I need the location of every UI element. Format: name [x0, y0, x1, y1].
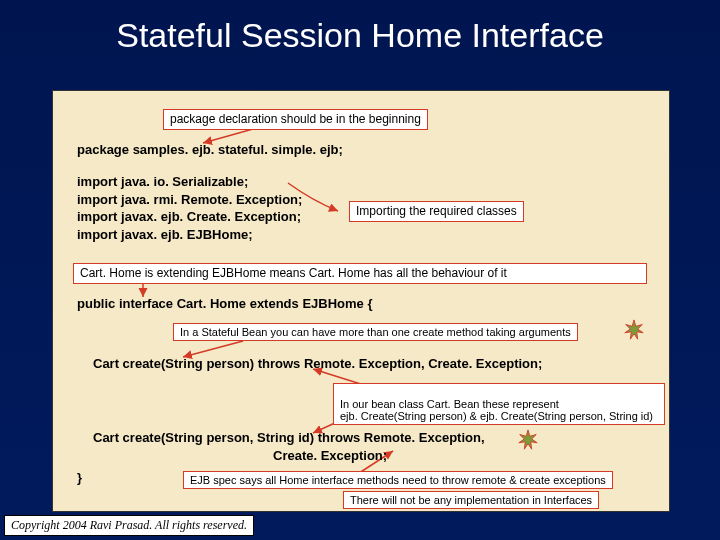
callout-pkg-declaration: package declaration should be in the beg… — [163, 109, 428, 130]
code-create-1: Cart create(String person) throws Remote… — [93, 355, 542, 373]
code-public-interface: public interface Cart. Home extends EJBH… — [77, 295, 372, 313]
code-create-2b: Create. Exception; — [273, 447, 387, 465]
callout-text: Importing the required classes — [356, 204, 517, 218]
copyright-label: Copyright 2004 Ravi Prasad. All rights r… — [4, 515, 254, 536]
slide-title: Stateful Session Home Interface — [0, 16, 720, 55]
callout-ejb-spec: EJB spec says all Home interface methods… — [183, 471, 613, 489]
callout-import-classes: Importing the required classes — [349, 201, 524, 222]
slide: Stateful Session Home Interface — [0, 0, 720, 540]
code-package-line: package samples. ejb. stateful. simple. … — [77, 141, 343, 159]
code-close-brace: } — [77, 469, 82, 487]
code-panel: package declaration should be in the beg… — [52, 90, 670, 512]
callout-text: Cart. Home is extending EJBHome means Ca… — [80, 266, 507, 280]
callout-bean-represent: In our bean class Cart. Bean these repre… — [333, 383, 665, 425]
code-create-2a: Cart create(String person, String id) th… — [93, 429, 485, 447]
code-imports: import java. io. Serializable; import ja… — [77, 173, 302, 243]
star-icon — [623, 319, 645, 341]
star-icon — [517, 429, 539, 451]
callout-stateful-create: In a Stateful Bean you can have more tha… — [173, 323, 578, 341]
callout-text: In our bean class Cart. Bean these repre… — [340, 398, 653, 422]
callout-text: EJB spec says all Home interface methods… — [190, 474, 606, 486]
callout-carthome-extends: Cart. Home is extending EJBHome means Ca… — [73, 263, 647, 284]
callout-text: In a Stateful Bean you can have more tha… — [180, 326, 571, 338]
callout-no-implementation: There will not be any implementation in … — [343, 491, 599, 509]
callout-text: package declaration should be in the beg… — [170, 112, 421, 126]
callout-text: There will not be any implementation in … — [350, 494, 592, 506]
